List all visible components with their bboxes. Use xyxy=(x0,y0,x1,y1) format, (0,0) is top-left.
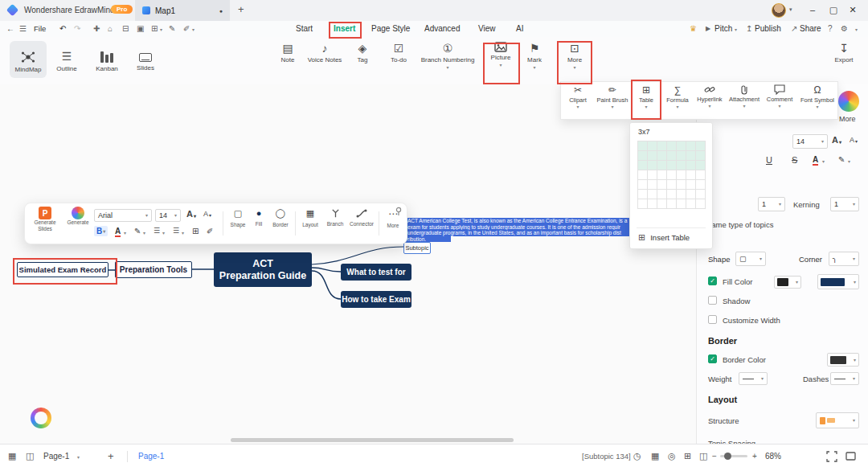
grid-cell[interactable] xyxy=(648,199,657,208)
increase-font-icon[interactable]: A▾ xyxy=(186,209,196,219)
tab-advanced[interactable]: Advanced xyxy=(424,21,460,37)
grid-cell[interactable] xyxy=(677,151,686,160)
formula-button[interactable]: ∑ Formula ▾ xyxy=(662,84,693,109)
more-tools-button[interactable]: ⊡ More ▾ xyxy=(559,42,591,70)
font-color-icon[interactable]: A xyxy=(813,155,818,166)
border-weight-select[interactable]: ▾ xyxy=(739,372,768,385)
style-pen-icon[interactable]: ✎ xyxy=(169,21,175,37)
voice-notes-button[interactable]: ♪ Voice Notes xyxy=(305,42,344,63)
format-painter-icon[interactable]: ✐ xyxy=(207,227,213,236)
settings-gear-icon[interactable]: ⚙ xyxy=(841,21,848,37)
tag-button[interactable]: ◈ Tag xyxy=(349,42,376,63)
font-size-select[interactable]: 14 ▾ xyxy=(792,134,828,149)
font-symbol-button[interactable]: Ω Font Symbol ▾ xyxy=(797,84,837,109)
decrease-font-icon[interactable]: A▾ xyxy=(203,210,211,218)
view-slides-button[interactable]: Slides xyxy=(127,41,164,78)
grid-cell[interactable] xyxy=(686,141,695,150)
table-size-grid[interactable] xyxy=(637,141,706,209)
tab-insert[interactable]: Insert xyxy=(334,21,355,37)
node-subtopic[interactable]: Subtopic xyxy=(403,242,431,254)
publish-icon[interactable]: ↥ xyxy=(746,21,752,37)
view-kanban-button[interactable]: Kanban xyxy=(88,41,125,78)
grid-cell[interactable] xyxy=(638,170,647,179)
hyperlink-button[interactable]: Hyperlink ▾ xyxy=(693,84,727,109)
slideshow-icon[interactable]: ▦ xyxy=(8,444,16,467)
grid-cell[interactable] xyxy=(667,180,676,189)
insert-shortcut-icon[interactable]: ⊞ xyxy=(151,21,158,37)
fill-color-dropdown[interactable]: ▾ xyxy=(817,274,859,289)
add-page-button[interactable]: + xyxy=(108,444,114,467)
bullet-list-icon[interactable]: ☰ xyxy=(154,227,160,235)
vip-crown-icon[interactable]: ♛ xyxy=(690,21,697,37)
tab-start[interactable]: Start xyxy=(296,21,313,37)
grid-cell[interactable] xyxy=(696,199,705,208)
grid-view-icon[interactable]: ▦ xyxy=(651,444,659,467)
comment-button[interactable]: Comment ▾ xyxy=(762,84,797,109)
tab-page-style[interactable]: Page Style xyxy=(371,21,410,37)
user-avatar[interactable] xyxy=(772,3,786,18)
pages-panel-icon[interactable]: ◫ xyxy=(26,444,34,467)
close-button[interactable]: ✕ xyxy=(844,5,862,15)
minimize-button[interactable]: – xyxy=(804,5,821,14)
font-color-icon[interactable]: A xyxy=(115,227,121,237)
shape-select[interactable]: ▢ ▾ xyxy=(735,252,766,266)
grid-cell[interactable] xyxy=(638,151,647,160)
board-icon[interactable]: ⊞ xyxy=(684,444,691,467)
maximize-button[interactable]: ▢ xyxy=(825,5,842,15)
grid-cell[interactable] xyxy=(686,180,695,189)
panel-icon[interactable]: ◫ xyxy=(699,444,707,467)
focus-target-icon[interactable]: ◎ xyxy=(668,444,676,467)
grid-cell[interactable] xyxy=(667,199,676,208)
strikethrough-icon[interactable]: S xyxy=(792,155,797,165)
connector-button[interactable]: Connector xyxy=(348,208,375,227)
active-page-tab[interactable]: Page-1 xyxy=(138,444,164,467)
grid-cell[interactable] xyxy=(638,161,647,170)
view-mindmap-button[interactable]: MindMap xyxy=(10,41,47,78)
grid-cell[interactable] xyxy=(686,190,695,199)
grid-cell[interactable] xyxy=(667,170,676,179)
underline-icon[interactable]: U xyxy=(766,155,772,165)
node-central-topic[interactable]: ACT Preparation Guide xyxy=(214,252,312,287)
fullscreen-icon[interactable] xyxy=(845,452,856,461)
fill-button[interactable]: ● Fill xyxy=(250,208,268,227)
menu-icon[interactable]: ☰ xyxy=(19,21,27,37)
grid-cell[interactable] xyxy=(677,141,686,150)
open-file-icon[interactable]: ⌂ xyxy=(108,21,113,37)
grid-cell[interactable] xyxy=(677,180,686,189)
pitch-button[interactable]: Pitch xyxy=(714,21,732,37)
grid-cell[interactable] xyxy=(657,170,666,179)
bold-button[interactable]: B▾ xyxy=(94,226,108,236)
grid-cell[interactable] xyxy=(648,141,657,150)
help-icon[interactable]: ? xyxy=(828,21,833,37)
grid-cell[interactable] xyxy=(696,161,705,170)
node-what-to-test-for[interactable]: What to test for xyxy=(341,264,411,281)
branch-numbering-button[interactable]: ① Branch Numbering ▾ xyxy=(416,42,480,70)
node-preparation-tools[interactable]: Preparation Tools xyxy=(115,261,192,278)
zoom-slider-knob[interactable] xyxy=(724,453,731,460)
export-button[interactable]: ↧ Export xyxy=(826,42,862,63)
todo-button[interactable]: ☑ To-do xyxy=(383,42,414,63)
grid-cell[interactable] xyxy=(696,151,705,160)
grid-cell[interactable] xyxy=(648,161,657,170)
note-button[interactable]: ▤ Note xyxy=(273,42,302,63)
zoom-in-button[interactable]: + xyxy=(752,444,757,467)
grid-cell[interactable] xyxy=(677,161,686,170)
ai-assistant-button[interactable] xyxy=(31,408,51,428)
caret-down-icon[interactable]: ▾ xyxy=(143,231,145,236)
collapse-ribbon-icon[interactable]: ▾ xyxy=(855,27,858,32)
grid-cell[interactable] xyxy=(638,199,647,208)
node-simulated-exam-record[interactable]: Simulated Exam Record xyxy=(17,262,108,277)
attachment-button[interactable]: Attachment ▾ xyxy=(727,84,762,109)
paint-brush-button[interactable]: ✏ Paint Brush ▾ xyxy=(595,84,630,109)
grid-cell[interactable] xyxy=(686,199,695,208)
align-icon[interactable]: ☰ xyxy=(173,227,179,235)
format-painter-icon[interactable]: ✐ xyxy=(183,21,190,37)
clipart-button[interactable]: ✂ Clipart ▾ xyxy=(561,84,595,109)
caret-down-icon[interactable]: ▾ xyxy=(160,27,162,32)
grid-cell[interactable] xyxy=(648,190,657,199)
grid-cell[interactable] xyxy=(657,180,666,189)
grid-cell[interactable] xyxy=(696,190,705,199)
caret-down-icon[interactable]: ▾ xyxy=(162,231,165,236)
grid-cell[interactable] xyxy=(696,180,705,189)
grid-cell[interactable] xyxy=(686,161,695,170)
